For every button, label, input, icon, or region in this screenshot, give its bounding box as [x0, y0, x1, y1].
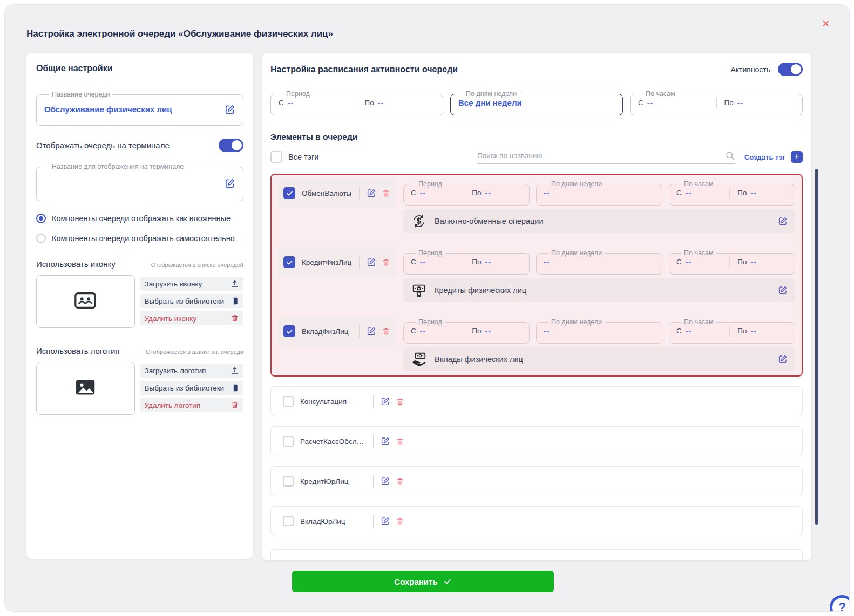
- schedule-panel: Настройка расписания активности очереди …: [262, 53, 811, 560]
- schedule-head: Настройка расписания активности очереди …: [270, 63, 803, 76]
- element-name: ВкладЮрЛиц: [300, 517, 366, 525]
- delete-icon[interactable]: [396, 397, 404, 406]
- element-name: ОбменВалюты: [302, 189, 359, 197]
- terminal-name-label: Название для отображения на терминале: [49, 163, 186, 170]
- icon-section-head: Использовать иконку Отображается в списк…: [36, 259, 243, 269]
- logo-section-caption: Отображается в шапке эл. очереди: [146, 348, 243, 355]
- element-weekdays-field[interactable]: По дням недели --: [536, 250, 662, 275]
- delete-icon[interactable]: [396, 477, 404, 486]
- terminal-name-field[interactable]: Название для отображения на терминале: [36, 163, 243, 201]
- screen: Настройка электронной очереди «Обслужива…: [0, 0, 854, 616]
- element-display-row: Валютно-обменные операции: [403, 209, 795, 233]
- element-display-row: Вклады физических лиц: [403, 347, 795, 371]
- create-tag-link[interactable]: Создать тэг: [744, 153, 785, 161]
- elements-list: ОбменВалюты Период С -- По -- По д: [270, 174, 803, 560]
- edit-icon[interactable]: [225, 178, 235, 189]
- edit-icon[interactable]: [367, 188, 376, 198]
- queue-name-field[interactable]: Название очереди Обслуживание физических…: [36, 91, 243, 126]
- search-input[interactable]: [477, 152, 725, 160]
- delete-icon[interactable]: [382, 258, 390, 267]
- library-book-icon: [231, 297, 239, 305]
- queue-element-selected: ОбменВалюты Период С -- По -- По д: [278, 178, 795, 233]
- element-hours-field[interactable]: По часам С -- По --: [669, 250, 795, 275]
- weekdays-field[interactable]: По дням недели Все дни недели: [450, 91, 623, 115]
- delete-icon[interactable]: [396, 437, 404, 446]
- add-tag-button[interactable]: +: [791, 151, 803, 163]
- queue-settings-modal: Настройка электронной очереди «Обслужива…: [4, 4, 850, 612]
- element-hours-field[interactable]: По часам С -- По --: [669, 181, 795, 206]
- element-name: Консультация: [300, 398, 366, 406]
- element-checkbox[interactable]: [283, 325, 295, 337]
- logo-section-title: Использовать логотип: [36, 346, 120, 355]
- delete-logo-button[interactable]: Удалить логотип: [140, 398, 243, 412]
- queue-element: КредитЮрЛиц: [270, 466, 803, 496]
- logo-section-head: Использовать логотип Отображается в шапк…: [36, 346, 243, 355]
- radio-standalone[interactable]: [36, 234, 46, 243]
- trash-icon: [231, 401, 239, 409]
- schedule-title: Настройка расписания активности очереди: [270, 65, 458, 74]
- radio-row-standalone: Компоненты очереди отображать самостояте…: [36, 234, 243, 243]
- edit-icon[interactable]: [778, 285, 788, 295]
- logo-preview-box[interactable]: [36, 362, 135, 415]
- element-checkbox[interactable]: [283, 516, 294, 526]
- edit-icon[interactable]: [381, 516, 390, 526]
- all-tags-checkbox[interactable]: [270, 151, 282, 163]
- edit-icon[interactable]: [778, 216, 788, 226]
- edit-icon[interactable]: [225, 104, 235, 115]
- search-box: [477, 150, 735, 164]
- choose-icon-from-library-button[interactable]: Выбрать из библиотеки: [140, 294, 243, 308]
- element-checkbox[interactable]: [283, 436, 294, 447]
- queue-name-value: Обслуживание физических лиц: [44, 105, 172, 114]
- icon-preview-box[interactable]: [36, 275, 135, 328]
- radio-nested[interactable]: [36, 214, 46, 223]
- element-weekdays-field[interactable]: По дням недели --: [536, 319, 662, 344]
- edit-icon[interactable]: [778, 354, 788, 364]
- help-icon[interactable]: ?: [830, 595, 850, 612]
- all-tags-label: Все тэги: [288, 153, 318, 161]
- element-weekdays-field[interactable]: По дням недели --: [536, 181, 662, 206]
- edit-icon[interactable]: [381, 396, 390, 406]
- element-hours-field[interactable]: По часам С -- По --: [669, 319, 795, 344]
- search-icon[interactable]: [725, 150, 735, 161]
- element-display-name: Вклады физических лиц: [435, 355, 523, 364]
- delete-icon[interactable]: [382, 327, 390, 336]
- banknotes-icon: [411, 282, 427, 298]
- upload-logo-button[interactable]: Загрузить логотип: [140, 364, 243, 378]
- logo-media-row: Загрузить логотип Выбрать из библиотеки …: [36, 362, 243, 415]
- element-display-row: Кредиты физических лиц: [403, 278, 795, 302]
- delete-icon[interactable]: [396, 517, 404, 526]
- delete-icon[interactable]: [382, 189, 390, 198]
- element-period-field[interactable]: Период С -- По --: [403, 319, 530, 344]
- element-checkbox[interactable]: [283, 256, 295, 268]
- queue-schedule-fields: Период С -- По -- По дням недели Все дни…: [270, 91, 803, 115]
- edit-icon[interactable]: [367, 326, 376, 336]
- queue-element: ВкладЮрЛиц: [270, 506, 803, 536]
- selected-elements-group: ОбменВалюты Период С -- По -- По д: [270, 174, 803, 377]
- save-button[interactable]: Сохранить: [292, 571, 554, 592]
- hours-field[interactable]: По часам С -- По --: [630, 91, 803, 115]
- edit-icon[interactable]: [381, 476, 390, 486]
- period-field[interactable]: Период С -- По --: [270, 91, 443, 115]
- weekdays-value: Все дни недели: [458, 98, 522, 107]
- delete-icon-button[interactable]: Удалить иконку: [140, 311, 243, 325]
- show-on-terminal-toggle[interactable]: [219, 139, 243, 152]
- element-period-field[interactable]: Период С -- По --: [403, 181, 530, 206]
- icon-media-row: Загрузить иконку Выбрать из библиотеки У…: [36, 275, 243, 328]
- list-scrollbar[interactable]: [815, 169, 818, 525]
- queue-element-selected: ВкладФизЛиц Период С -- По -- По д: [278, 316, 795, 371]
- element-period-field[interactable]: Период С -- По --: [403, 250, 530, 275]
- element-checkbox[interactable]: [283, 396, 294, 407]
- choose-logo-from-library-button[interactable]: Выбрать из библиотеки: [140, 381, 243, 395]
- close-icon[interactable]: ×: [818, 16, 834, 32]
- element-display-name: Валютно-обменные операции: [435, 217, 544, 225]
- activity-toggle[interactable]: [778, 63, 803, 76]
- upload-icon-button[interactable]: Загрузить иконку: [140, 277, 243, 291]
- general-settings-title: Общие настройки: [36, 64, 243, 73]
- icon-section-title: Использовать иконку: [36, 259, 116, 269]
- element-checkbox[interactable]: [283, 187, 295, 199]
- elements-controls: Все тэги Создать тэг +: [270, 149, 803, 165]
- edit-icon[interactable]: [367, 257, 376, 267]
- element-checkbox[interactable]: [283, 476, 294, 487]
- queue-element: РасчетКассОбслужи...: [270, 426, 803, 456]
- edit-icon[interactable]: [381, 436, 390, 446]
